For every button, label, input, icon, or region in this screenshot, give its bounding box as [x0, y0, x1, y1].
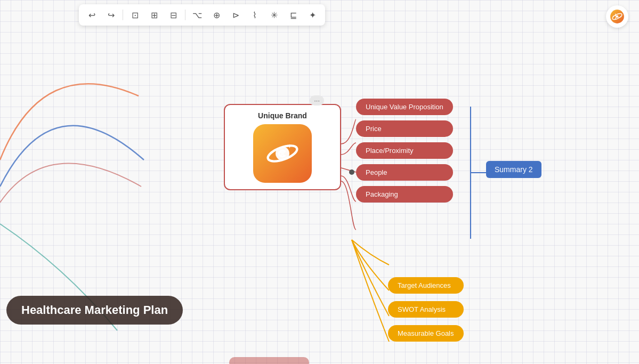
right-branch: Unique Value Proposition Price Place/Pro… — [356, 99, 453, 203]
ai-button[interactable]: ✦ — [304, 6, 321, 23]
node-more-button[interactable]: ··· — [310, 95, 324, 106]
measurable-goals-node[interactable]: Measurable Goals — [388, 325, 464, 342]
svg-text:✦: ✦ — [287, 143, 292, 149]
people-node[interactable]: People — [356, 164, 453, 181]
unique-brand-node[interactable]: ··· Unique Brand ✦ — [224, 104, 341, 190]
swot-analysis-node[interactable]: SWOT Analysis — [388, 301, 464, 318]
place-proximity-node[interactable]: Place/Proximity — [356, 142, 453, 159]
toolbar: ↩ ↪ ⊡ ⊞ ⊟ ⌥ ⊕ ⊳ ⌇ ✳ ⊑ ✦ — [79, 4, 325, 26]
summary2-node[interactable]: Summary 2 — [486, 161, 541, 178]
select-all-button[interactable]: ⊞ — [145, 6, 163, 23]
highlight-button[interactable]: ✳ — [265, 6, 282, 23]
select-button[interactable]: ⊡ — [126, 6, 143, 23]
group-button[interactable]: ⊟ — [165, 6, 182, 23]
redo-button[interactable]: ↪ — [102, 6, 119, 23]
divider-1 — [123, 10, 123, 20]
unique-value-prop-node[interactable]: Unique Value Proposition — [356, 99, 453, 115]
packaging-node[interactable]: Packaging — [356, 186, 453, 203]
insert-button[interactable]: ⊕ — [208, 6, 225, 23]
divider-2 — [185, 10, 185, 20]
curve-button[interactable]: ⌇ — [246, 6, 263, 23]
app-logo-button[interactable] — [606, 5, 628, 28]
node-icon-box: ✦ — [253, 124, 312, 183]
connect-button[interactable]: ⌥ — [189, 6, 206, 23]
undo-button[interactable]: ↩ — [83, 6, 100, 23]
branch-button[interactable]: ⊳ — [227, 6, 244, 23]
price-node[interactable]: Price — [356, 120, 453, 137]
target-audiences-node[interactable]: Target Audiences — [388, 277, 464, 294]
unique-brand-label: Unique Brand — [258, 111, 307, 120]
bottom-branch: Target Audiences SWOT Analysis Measurabl… — [388, 277, 464, 342]
pin-button[interactable]: ⊑ — [285, 6, 302, 23]
main-title: Healthcare Marketing Plan — [6, 296, 183, 325]
